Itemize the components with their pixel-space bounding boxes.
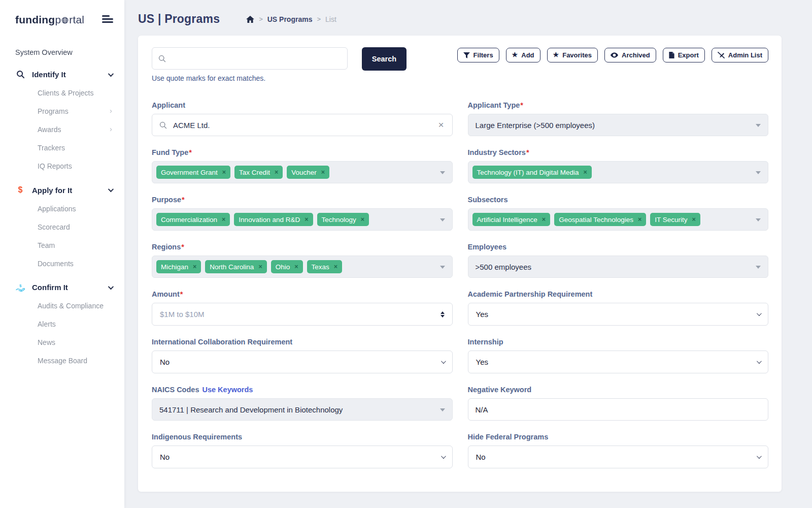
sidebar-section-identify-it[interactable]: Identify It [0, 70, 124, 79]
internship-label: Internship [468, 338, 769, 346]
sidebar-item-alerts[interactable]: Alerts [38, 320, 124, 328]
sidebar-item-awards[interactable]: Awards › [38, 125, 124, 134]
breadcrumb-us-programs[interactable]: US Programs [267, 15, 313, 23]
caret-down-icon [440, 266, 445, 269]
tag-remove-icon[interactable]: × [638, 216, 641, 223]
logo-text-light2: rtal [69, 14, 84, 26]
sidebar-item-applications[interactable]: Applications [38, 205, 124, 213]
file-icon [669, 52, 674, 58]
caret-down-icon [440, 408, 445, 411]
page-title: US | Programs [138, 12, 220, 26]
sidebar-item-scorecard[interactable]: Scorecard [38, 223, 124, 231]
sidebar-item-iq-reports[interactable]: IQ Reports [38, 162, 124, 170]
intl-collab-select[interactable]: No [152, 351, 453, 373]
button-label: Admin List [728, 51, 762, 59]
sidebar-item-documents[interactable]: Documents [38, 260, 124, 268]
search-icon [158, 55, 166, 62]
logo-text-light: p [55, 14, 61, 26]
search-helper-text: Use quote marks for exact matches. [152, 74, 407, 82]
tag-remove-icon[interactable]: × [334, 264, 337, 270]
tag: Tax Credit× [234, 166, 283, 179]
tag: Technology (IT) and Digital Media× [472, 166, 592, 179]
tag-remove-icon[interactable]: × [193, 264, 196, 270]
caret-down-icon [756, 171, 761, 174]
naics-select[interactable]: 541711 | Research and Development in Bio… [152, 398, 453, 421]
caret-down-icon [756, 124, 761, 127]
negative-keyword-field [468, 398, 769, 421]
required-asterisk: * [520, 101, 523, 109]
internship-select[interactable]: Yes [468, 351, 769, 373]
clear-icon[interactable]: × [438, 119, 444, 131]
subsectors-multiselect[interactable]: Artificial Intelligence× Geospatial Tech… [468, 208, 769, 231]
tag-remove-icon[interactable]: × [294, 264, 298, 270]
add-button[interactable]: ★ Add [506, 48, 540, 62]
admin-list-button[interactable]: Admin List [712, 48, 768, 62]
sidebar-item-message-board[interactable]: Message Board [38, 357, 124, 365]
tag: Ohio× [271, 260, 303, 273]
caret-down-icon [440, 171, 445, 174]
tag-remove-icon[interactable]: × [275, 169, 278, 176]
sidebar-item-system-overview[interactable]: System Overview [15, 48, 124, 56]
applicant-search-field: × [152, 114, 453, 136]
applicant-type-select[interactable]: Large Enterprise (>500 employees) [468, 114, 769, 136]
filters-button[interactable]: Filters [457, 48, 499, 62]
dollar-icon: $ [16, 185, 25, 195]
required-asterisk: * [189, 148, 192, 156]
search-button[interactable]: Search [362, 47, 407, 71]
purpose-multiselect[interactable]: Commercialization× Innovation and R&D× T… [152, 208, 453, 231]
applicant-type-label: Applicant Type* [468, 101, 769, 109]
sidebar-section-confirm-it[interactable]: $ Confirm It [0, 283, 124, 292]
button-label: Favorites [562, 51, 592, 59]
sidebar-item-audits-compliance[interactable]: Audits & Compliance [38, 302, 124, 310]
negative-keyword-input[interactable] [476, 405, 761, 414]
hide-federal-label: Hide Federal Programs [468, 433, 769, 441]
chevron-down-icon [441, 454, 446, 459]
employees-select[interactable]: >500 employees [468, 256, 769, 278]
tag-label: Ohio [276, 263, 290, 271]
regions-multiselect[interactable]: Michigan× North Carolina× Ohio× Texas× [152, 256, 453, 278]
hide-federal-select[interactable]: No [468, 446, 769, 468]
tag-remove-icon[interactable]: × [222, 216, 225, 223]
sidebar-item-clients-projects[interactable]: Clients & Projects [38, 89, 124, 97]
employees-label: Employees [468, 243, 769, 251]
tag-label: Technology [322, 216, 356, 224]
archived-button[interactable]: Archived [604, 48, 656, 62]
home-icon[interactable] [246, 16, 254, 23]
button-label: Add [521, 51, 534, 59]
industry-sectors-multiselect[interactable]: Technology (IT) and Digital Media× [468, 161, 769, 183]
chevron-down-icon [757, 311, 762, 316]
sidebar-item-team[interactable]: Team [38, 241, 124, 249]
tag: Innovation and R&D× [234, 213, 313, 226]
amount-select[interactable]: $1M to $10M [152, 303, 453, 326]
tag-remove-icon[interactable]: × [258, 264, 262, 270]
tag-remove-icon[interactable]: × [361, 216, 364, 223]
fund-type-multiselect[interactable]: Government Grant× Tax Credit× Voucher× [152, 161, 453, 183]
select-value: >500 employees [476, 263, 532, 271]
applicant-input[interactable] [173, 121, 445, 130]
use-keywords-link[interactable]: Use Keywords [202, 386, 253, 394]
sidebar-item-trackers[interactable]: Trackers [38, 144, 124, 152]
sidebar-item-label: Awards [38, 125, 61, 134]
logo-text-bold: funding [15, 14, 55, 26]
sidebar-section-apply-for-it[interactable]: $ Apply for It [0, 185, 124, 195]
programs-search-field [152, 47, 348, 70]
tag-remove-icon[interactable]: × [584, 169, 587, 176]
tag-label: North Carolina [210, 263, 254, 271]
export-button[interactable]: Export [663, 48, 705, 62]
chevron-down-icon [108, 283, 114, 289]
menu-toggle-icon[interactable] [102, 15, 113, 23]
sidebar-item-programs[interactable]: Programs › [38, 107, 124, 115]
favorites-button[interactable]: ★ Favorites [547, 48, 598, 62]
funnel-icon [463, 52, 470, 58]
indigenous-select[interactable]: No [152, 446, 453, 468]
tag-remove-icon[interactable]: × [692, 216, 696, 223]
tag-remove-icon[interactable]: × [304, 216, 308, 223]
tag-remove-icon[interactable]: × [321, 169, 325, 176]
tag-remove-icon[interactable]: × [222, 169, 226, 176]
tag-remove-icon[interactable]: × [542, 216, 546, 223]
sidebar-item-news[interactable]: News [38, 338, 124, 346]
academic-partnership-select[interactable]: Yes [468, 303, 769, 326]
tag: IT Security× [650, 213, 700, 226]
breadcrumb-separator: > [259, 15, 263, 23]
programs-search-input[interactable] [170, 54, 341, 63]
